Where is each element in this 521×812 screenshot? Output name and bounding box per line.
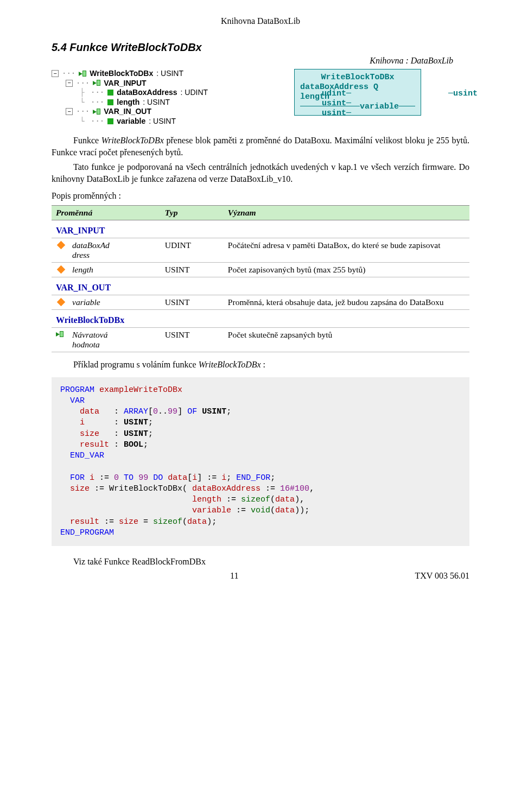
block-port-type: usint [453, 89, 478, 98]
section-title: 5.4 Funkce WriteBlockToDBx [52, 41, 469, 54]
expand-icon[interactable]: − [52, 70, 59, 77]
folder-icon [93, 109, 100, 115]
block-port: variable [360, 102, 399, 111]
expand-icon[interactable]: − [66, 80, 73, 87]
table-header: Proměnná [52, 205, 161, 220]
table-row: Návratováhodnota USINT Počet skutečně za… [52, 327, 469, 352]
block-port-type: usint [322, 99, 346, 108]
tree-node: length [117, 98, 139, 107]
see-also: Viz také Funkce ReadBlockFromDBx [52, 556, 469, 568]
folder-icon [93, 80, 100, 86]
function-icon [79, 71, 86, 77]
page-number: 11 [230, 571, 238, 581]
tree-type: USINT [161, 69, 183, 78]
paragraph-intro: Funkce WriteBlockToDBx přenese blok pamě… [52, 135, 469, 158]
field-icon [107, 118, 113, 124]
object-tree: − ··· WriteBlockToDBx : USINT − ··· VAR_… [52, 69, 231, 126]
tree-node: variable [117, 117, 145, 126]
tree-type: USINT [147, 98, 170, 106]
tree-node: VAR_INPUT [104, 79, 146, 88]
expand-icon[interactable]: − [66, 108, 73, 115]
table-header: Význam [224, 205, 469, 220]
figure-row: − ··· WriteBlockToDBx : USINT − ··· VAR_… [52, 69, 469, 126]
field-icon [107, 90, 113, 96]
tree-type: UDINT [185, 88, 208, 97]
library-caption: Knihovna : DataBoxLib [52, 56, 453, 66]
doc-id: TXV 003 56.01 [415, 571, 469, 581]
function-block-diagram: WriteBlockToDBx dataBoxAddress Q length … [246, 69, 469, 116]
block-port-type: usint [322, 109, 346, 118]
paragraph-support: Tato funkce je podporovaná na všech cent… [52, 161, 469, 185]
tree-node: VAR_IN_OUT [104, 107, 151, 117]
tree-node: dataBoxAddress [117, 88, 177, 98]
variables-caption: Popis proměnných : [52, 190, 469, 202]
param-icon [57, 298, 66, 307]
tree-type: USINT [153, 117, 176, 125]
table-row: length USINT Počet zapisovaných bytů (ma… [52, 262, 469, 277]
table-row: variable USINT Proměnná, která obsahuje … [52, 295, 469, 309]
table-header: Typ [161, 205, 224, 220]
table-section: VAR_IN_OUT [52, 277, 469, 295]
code-example: PROGRAM exampleWriteToDBx VAR data : ARR… [52, 377, 469, 547]
table-row: dataBoxAddress UDINT Počáteční adresa v … [52, 238, 469, 262]
return-icon [56, 331, 63, 338]
param-icon [57, 241, 66, 250]
tree-node: WriteBlockToDBx [90, 69, 153, 79]
table-section: WriteBlockToDBx [52, 309, 469, 327]
field-icon [107, 99, 113, 105]
table-section: VAR_INPUT [52, 220, 469, 238]
block-port-type: udint [322, 89, 346, 98]
example-caption: Příklad programu s voláním funkce WriteB… [52, 359, 469, 371]
page-footer: . 11 TXV 003 56.01 [52, 571, 469, 581]
page-header: Knihovna DataBoxLib [52, 16, 469, 26]
param-icon [57, 265, 66, 274]
variable-table: Proměnná Typ Význam VAR_INPUT dataBoxAdd… [52, 205, 469, 352]
